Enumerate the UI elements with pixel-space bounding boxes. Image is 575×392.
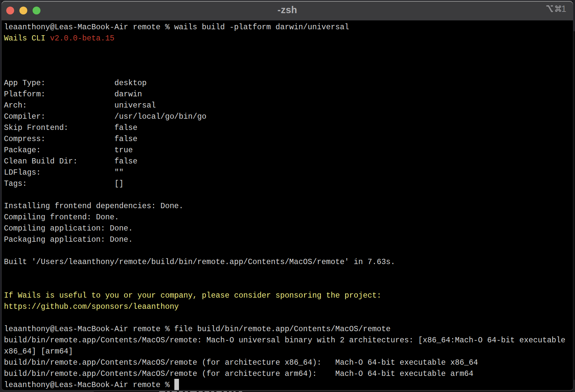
svg-text:1: 1 xyxy=(562,4,566,13)
